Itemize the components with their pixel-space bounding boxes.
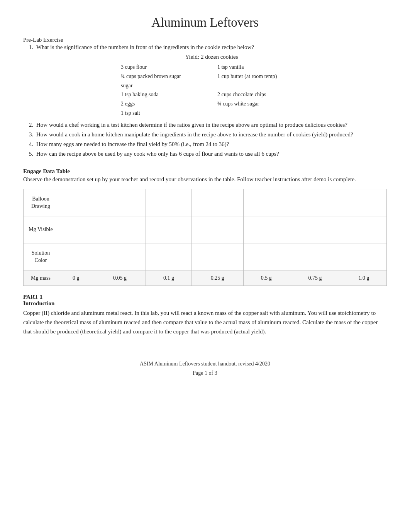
solution-col4 [191, 243, 244, 270]
prelab-question-1: What is the significance of the numbers … [35, 44, 387, 118]
mgmass-col6: 0.75 g [289, 270, 341, 286]
footer-line2: Page 1 of 3 [23, 369, 387, 378]
prelab-question-4: How many eggs are needed to increase the… [35, 141, 387, 148]
prelab-question-5: How can the recipe above be used by any … [35, 151, 387, 157]
balloon-col6 [289, 189, 341, 216]
footer-line1: ASIM Aluminum Leftovers student handout,… [23, 359, 387, 369]
recipe-title: Yield: 2 dozen cookies [36, 54, 387, 60]
balloon-col3 [146, 189, 191, 216]
balloon-col7 [341, 189, 386, 216]
solution-col1 [58, 243, 94, 270]
balloon-col2 [94, 189, 146, 216]
mgmass-col4: 0.25 g [191, 270, 244, 286]
part1-label: PART 1 [23, 294, 387, 300]
recipe-left-1: ¾ cups packed brown sugar [121, 72, 206, 81]
mg-col6 [289, 216, 341, 243]
solution-col7 [341, 243, 386, 270]
solution-col2 [94, 243, 146, 270]
mg-col3 [146, 216, 191, 243]
prelab-label: Pre-Lab Exercise [23, 37, 387, 43]
recipe-container: Yield: 2 dozen cookies 3 cups flour ¾ cu… [36, 54, 387, 118]
engage-section: Engage Data Table Observe the demonstrat… [23, 168, 387, 286]
footer: ASIM Aluminum Leftovers student handout,… [23, 359, 387, 378]
row-label-solution: Solution Color [24, 243, 58, 270]
solution-col3 [146, 243, 191, 270]
recipe-right-4: ¾ cups white sugar [217, 99, 302, 109]
solution-col6 [289, 243, 341, 270]
mg-col7 [341, 216, 386, 243]
part1-section: PART 1 Introduction Copper (II) chloride… [23, 294, 387, 336]
mg-col5 [244, 216, 289, 243]
recipe-right-0: 1 tsp vanilla [217, 63, 302, 72]
mgmass-col2: 0.05 g [94, 270, 146, 286]
row-label-mg: Mg Visible [24, 216, 58, 243]
recipe-left-0: 3 cups flour [121, 63, 206, 72]
data-table: Balloon Drawing Mg Visible Sol [23, 189, 387, 286]
recipe-left-2: 1 tsp baking soda [121, 90, 206, 99]
engage-desc: Observe the demonstration set up by your… [23, 176, 387, 183]
mg-col1 [58, 216, 94, 243]
recipe-left: 3 cups flour ¾ cups packed brown sugar s… [121, 63, 206, 118]
page-title: Aluminum Leftovers [23, 15, 387, 30]
engage-label: Engage Data Table [23, 168, 387, 175]
table-row-mg: Mg Visible [24, 216, 387, 243]
mg-col2 [94, 216, 146, 243]
prelab-questions: What is the significance of the numbers … [35, 44, 387, 157]
solution-col5 [244, 243, 289, 270]
balloon-col1 [58, 189, 94, 216]
prelab-question-3: How would a cook in a home kitchen manip… [35, 131, 387, 138]
recipe-right-1: 1 cup butter (at room temp) [217, 72, 302, 81]
recipe-right: 1 tsp vanilla 1 cup butter (at room temp… [217, 63, 302, 118]
part1-text: Copper (II) chloride and aluminum metal … [23, 308, 387, 336]
recipe-left-1b: sugar [121, 81, 206, 90]
table-row-mgmass: Mg mass 0 g 0.05 g 0.1 g 0.25 g 0.5 g 0.… [24, 270, 387, 286]
table-row-balloon: Balloon Drawing [24, 189, 387, 216]
row-label-mgmass: Mg mass [24, 270, 58, 286]
balloon-col5 [244, 189, 289, 216]
table-row-solution: Solution Color [24, 243, 387, 270]
recipe-left-3: 2 eggs [121, 99, 206, 109]
mgmass-col7: 1.0 g [341, 270, 386, 286]
part1-intro: Introduction [23, 300, 387, 307]
mgmass-col5: 0.5 g [244, 270, 289, 286]
recipe-left-4: 1 tsp salt [121, 109, 206, 118]
mgmass-col1: 0 g [58, 270, 94, 286]
prelab-question-2: How would a chef working in a test kitch… [35, 122, 387, 128]
recipe-right-2 [217, 81, 302, 90]
recipe-right-3: 2 cups chocolate chips [217, 90, 302, 99]
recipe-grid: 3 cups flour ¾ cups packed brown sugar s… [121, 63, 302, 118]
balloon-col4 [191, 189, 244, 216]
mgmass-col3: 0.1 g [146, 270, 191, 286]
row-label-balloon: Balloon Drawing [24, 189, 58, 216]
mg-col4 [191, 216, 244, 243]
